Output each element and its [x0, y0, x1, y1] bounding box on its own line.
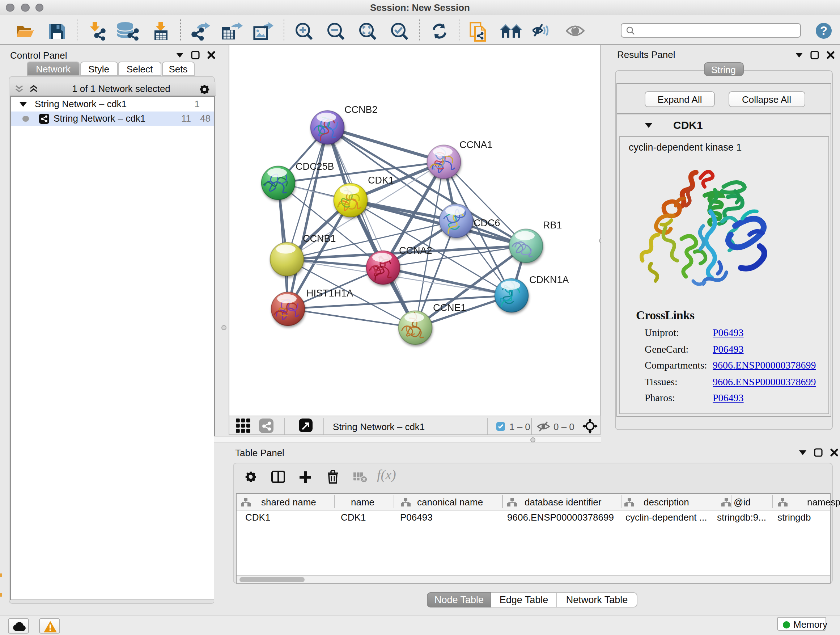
- svg-text:HIST1H1A: HIST1H1A: [306, 287, 353, 298]
- svg-text:CCNA1: CCNA1: [459, 139, 493, 150]
- svg-text:CDKN1A: CDKN1A: [529, 274, 569, 285]
- svg-text:CCNB1: CCNB1: [302, 233, 336, 244]
- svg-text:CDC6: CDC6: [473, 217, 500, 228]
- svg-text:RB1: RB1: [543, 219, 562, 230]
- svg-text:CDK1: CDK1: [368, 174, 393, 185]
- svg-text:CCNA2: CCNA2: [399, 245, 432, 256]
- svg-text:?: ?: [820, 24, 827, 37]
- svg-text:CDC25B: CDC25B: [295, 161, 334, 172]
- svg-text:CCNE1: CCNE1: [433, 302, 466, 313]
- svg-text:CCNB2: CCNB2: [344, 104, 377, 115]
